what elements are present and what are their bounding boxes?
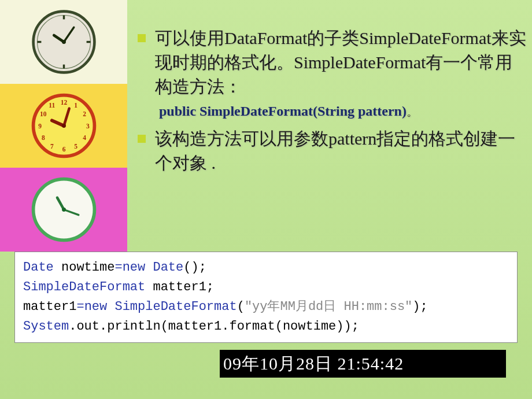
svg-text:2: 2	[83, 110, 86, 117]
clock-image-3	[0, 168, 127, 252]
clock-image-2: 12 1 2 3 4 5 6 7 8 9 10 11	[0, 84, 127, 168]
console-output: 09年10月28日 21:54:42	[220, 350, 506, 378]
bullet-item-2: 该构造方法可以用参数pattern指定的格式创建一个对象 .	[133, 127, 526, 175]
bullet-text-2: 该构造方法可以用参数pattern指定的格式创建一个对象 .	[155, 127, 526, 175]
method-signature: public SimpleDateFormat(String pattern)。	[159, 104, 526, 120]
bullet-item-1: 可以使用DataFormat的子类SimpleDateFormat来实现时期的格…	[133, 26, 526, 99]
code-line-1: Date nowtime=new Date();	[23, 258, 509, 278]
output-text: 09年10月28日 21:54:42	[223, 352, 404, 376]
svg-text:5: 5	[74, 143, 77, 150]
svg-text:6: 6	[62, 146, 65, 153]
svg-text:7: 7	[50, 143, 53, 150]
svg-text:1: 1	[74, 102, 77, 109]
code-line-2: SimpleDateFormat matter1;	[23, 278, 509, 297]
code-line-3: matter1=new SimpleDateFormat("yy年MM月dd日 …	[23, 297, 509, 317]
svg-text:9: 9	[38, 123, 42, 130]
svg-text:10: 10	[40, 110, 47, 117]
svg-text:4: 4	[83, 134, 86, 141]
sidebar-clocks: 12 1 2 3 4 5 6 7 8 9 10 11	[0, 0, 127, 252]
bullet-text-1: 可以使用DataFormat的子类SimpleDateFormat来实现时期的格…	[155, 26, 526, 99]
svg-text:8: 8	[41, 134, 45, 141]
svg-text:11: 11	[49, 102, 55, 109]
svg-point-28	[62, 208, 66, 212]
slide-content: 可以使用DataFormat的子类SimpleDateFormat来实现时期的格…	[133, 26, 526, 180]
svg-point-24	[62, 124, 66, 128]
svg-text:3: 3	[86, 123, 90, 130]
code-line-4: System.out.println(matter1.format(nowtim…	[23, 317, 509, 337]
svg-text:12: 12	[60, 99, 67, 106]
code-snippet: Date nowtime=new Date(); SimpleDateForma…	[14, 252, 518, 343]
signature-suffix: 。	[407, 105, 418, 118]
svg-point-8	[62, 40, 66, 44]
bullet-icon	[138, 135, 146, 143]
bullet-icon	[138, 34, 146, 42]
clock-image-1	[0, 0, 127, 84]
signature-text: public SimpleDateFormat(String pattern)	[159, 104, 407, 119]
